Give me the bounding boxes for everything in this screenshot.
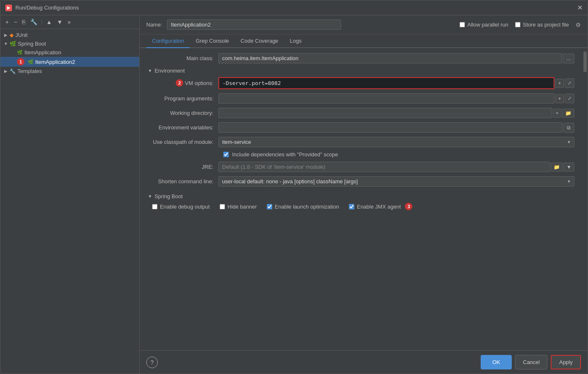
tree-item-templates[interactable]: ▶ 🔧 Templates (0, 67, 139, 75)
vm-options-plus-button[interactable]: + (555, 79, 564, 88)
jre-dropdown-button[interactable]: ▼ (564, 163, 574, 172)
shorten-cmd-row: Shorten command line: user-local default… (148, 176, 574, 187)
working-dir-input[interactable] (218, 108, 552, 118)
enable-jmx-label[interactable]: Enable JMX agent 3 (349, 203, 414, 210)
store-project-checkbox-label[interactable]: Store as project file (515, 22, 569, 28)
add-config-button[interactable]: + (4, 18, 10, 26)
environment-label: Environment (155, 68, 185, 74)
enable-debug-label[interactable]: Enable debug output (152, 204, 210, 210)
tab-code-coverage[interactable]: Code Coverage (235, 34, 284, 48)
bottom-bar: ? OK Cancel Apply (140, 350, 588, 374)
templates-label: Templates (17, 68, 42, 74)
tab-grep-console[interactable]: Grep Console (190, 34, 235, 48)
enable-launch-label[interactable]: Enable launch optimization (267, 204, 339, 210)
vm-options-label: VM options: (185, 80, 213, 86)
toolbar: + − ⎘ 🔧 ▲ ▼ » (0, 15, 139, 29)
store-project-text: Store as project file (523, 22, 569, 28)
dialog-title: Run/Debug Configurations (15, 5, 79, 11)
store-project-checkbox[interactable] (515, 22, 520, 27)
allow-parallel-text: Allow parallel run (467, 22, 508, 28)
environment-arrow[interactable]: ▼ (148, 68, 152, 73)
jre-folder-button[interactable]: 📁 (551, 163, 563, 172)
working-dir-folder-button[interactable]: 📁 (562, 109, 574, 118)
jre-text: Default (1.8 - SDK of 'item-service' mod… (222, 164, 325, 170)
gear-icon[interactable]: ⚙ (576, 22, 581, 28)
include-deps-checkbox[interactable] (223, 152, 229, 157)
tree-item-spring-boot[interactable]: ▼ 🌿 Spring Boot (0, 39, 139, 48)
ok-button[interactable]: OK (481, 355, 512, 369)
env-vars-btn[interactable]: ⧉ (563, 123, 574, 133)
enable-debug-text: Enable debug output (160, 204, 210, 210)
vm-options-input-area: + ⤢ (218, 77, 574, 89)
badge-1: 1 (17, 58, 24, 66)
enable-jmx-text: Enable JMX agent (357, 204, 401, 210)
config-inner: Main class: ... ▼ Environment 2 VM optio… (140, 48, 583, 350)
env-vars-label: Environment variables: (148, 124, 218, 131)
program-args-plus-button[interactable]: + (555, 94, 564, 103)
classpath-row: Use classpath of module: item-service ▼ (148, 137, 574, 147)
classpath-select[interactable]: item-service (218, 137, 574, 147)
shorten-cmd-select-wrapper: user-local default: none - java [options… (218, 176, 574, 187)
main-class-browse-button[interactable]: ... (563, 53, 574, 63)
move-up-button[interactable]: ▲ (44, 18, 53, 26)
tab-configuration[interactable]: Configuration (146, 34, 190, 48)
apply-button[interactable]: Apply (551, 355, 581, 369)
env-vars-input[interactable] (218, 122, 562, 133)
enable-debug-checkbox[interactable] (152, 204, 157, 209)
move-down-button[interactable]: ▼ (55, 18, 64, 26)
name-label: Name: (146, 22, 162, 28)
shorten-cmd-select[interactable]: user-local default: none - java [options… (218, 176, 574, 187)
tree-item-item-application2[interactable]: 1 🌿 ItemApplication2 (0, 57, 139, 67)
main-class-label: Main class: (148, 55, 218, 61)
jre-row: JRE: Default (1.8 - SDK of 'item-service… (148, 162, 574, 172)
program-args-input[interactable] (218, 93, 554, 104)
tree-item-item-application[interactable]: 🌿 ItemApplication (0, 48, 139, 57)
close-button[interactable]: ✕ (577, 5, 583, 11)
item-app2-icon: 🌿 (28, 59, 34, 65)
shorten-cmd-label: Shorten command line: (148, 178, 218, 185)
app-icon: ▶ (5, 5, 12, 11)
hide-banner-checkbox[interactable] (220, 204, 225, 209)
include-deps-label: Include dependencies with "Provided" sco… (232, 151, 338, 158)
spring-boot-arrow[interactable]: ▼ (148, 194, 152, 199)
enable-jmx-checkbox[interactable] (349, 204, 354, 209)
settings-config-button[interactable]: 🔧 (29, 18, 39, 26)
copy-config-button[interactable]: ⎘ (20, 18, 27, 26)
name-options: Allow parallel run Store as project file… (460, 22, 581, 28)
classpath-select-wrapper: item-service ▼ (218, 137, 574, 147)
working-dir-label: Working directory: (148, 110, 218, 116)
program-args-expand-button[interactable]: ⤢ (565, 94, 574, 103)
more-button[interactable]: » (66, 18, 73, 26)
title-bar-left: ▶ Run/Debug Configurations (5, 5, 79, 11)
remove-config-button[interactable]: − (12, 18, 19, 26)
content-area: + − ⎘ 🔧 ▲ ▼ » ▶ ◆ JUnit ▼ 🌿 (0, 15, 588, 374)
run-debug-dialog: ▶ Run/Debug Configurations ✕ + − ⎘ 🔧 ▲ ▼… (0, 0, 588, 374)
hide-banner-text: Hide banner (227, 204, 257, 210)
env-vars-row: Environment variables: ⧉ (148, 122, 574, 133)
working-dir-plus-button[interactable]: + (553, 109, 561, 118)
main-class-input[interactable] (218, 53, 562, 63)
junit-label: JUnit (15, 32, 28, 38)
vm-options-input[interactable] (218, 77, 554, 89)
vm-options-label-area: 2 VM options: (148, 77, 218, 87)
enable-launch-text: Enable launch optimization (275, 204, 339, 210)
item-app-label: ItemApplication (24, 49, 61, 56)
hide-banner-label[interactable]: Hide banner (220, 204, 257, 210)
name-input[interactable] (167, 19, 341, 30)
enable-launch-checkbox[interactable] (267, 204, 272, 209)
vm-options-row: 2 VM options: + ⤢ (148, 77, 574, 89)
allow-parallel-checkbox[interactable] (460, 22, 465, 27)
tree-item-junit[interactable]: ▶ ◆ JUnit (0, 31, 139, 39)
scrollbar-track[interactable] (583, 48, 588, 350)
cancel-button[interactable]: Cancel (515, 355, 547, 369)
classpath-label: Use classpath of module: (148, 139, 218, 145)
tabs-row: Configuration Grep Console Code Coverage… (140, 34, 588, 48)
spring-boot-section-header: ▼ Spring Boot (148, 193, 574, 199)
allow-parallel-checkbox-label[interactable]: Allow parallel run (460, 22, 508, 28)
badge-3: 3 (405, 203, 412, 210)
tab-logs[interactable]: Logs (284, 34, 307, 48)
scrollbar-thumb[interactable] (583, 51, 587, 72)
templates-icon: 🔧 (10, 68, 16, 74)
help-button[interactable]: ? (146, 357, 158, 368)
vm-options-expand-button[interactable]: ⤢ (565, 78, 574, 88)
